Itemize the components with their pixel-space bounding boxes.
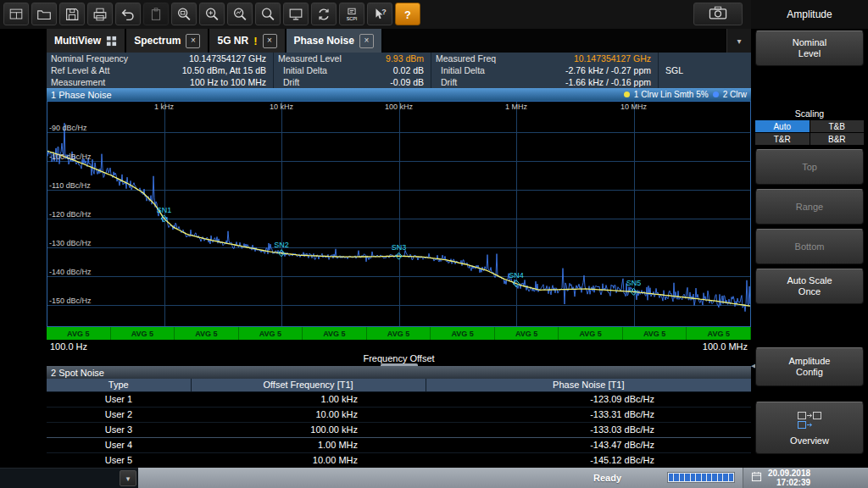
overview-softkey[interactable]: Overview xyxy=(755,402,864,454)
info-columns: Nominal Frequency10.147354127 GHzRef Lev… xyxy=(47,53,659,88)
save-button[interactable] xyxy=(59,3,85,25)
svg-text:?: ? xyxy=(404,8,411,20)
info-label: Measured Freq xyxy=(436,53,496,64)
phase-noise-plot[interactable]: 1 kHz10 kHz100 kHz1 MHz10 MHz-90 dBc/Hz-… xyxy=(47,101,751,327)
info-value: -2.76 kHz / -0.27 ppm xyxy=(565,64,651,76)
trace1-marker-icon xyxy=(624,92,630,97)
zoom-overview-icon xyxy=(231,6,248,23)
open-folder-icon xyxy=(36,6,53,23)
close-5g-nr-tab-button[interactable]: × xyxy=(263,34,277,48)
spot-noise-marker-label: SN5 xyxy=(626,279,642,287)
y-tick-label: -140 dBc/Hz xyxy=(49,268,92,276)
refresh-gear-icon xyxy=(315,6,332,23)
svg-text:?: ? xyxy=(381,8,387,16)
phase-noise-window: 1 Phase Noise 1 Clrw Lin Smth 5% 2 Clrw … xyxy=(47,88,751,366)
avg-count-indicator: AVG 5 xyxy=(431,327,495,340)
info-row[interactable]: Nominal Frequency10.147354127 GHz xyxy=(51,53,266,64)
datetime-display: 20.09.2018 17:02:39 xyxy=(743,468,868,488)
spot-noise-window: 2 Spot Noise TypeOffset Frequency [T1]Ph… xyxy=(47,366,751,468)
info-label: Initial Delta xyxy=(278,64,327,76)
x-axis-label-row: Frequency Offset xyxy=(47,352,751,366)
phase-noise-plot-area[interactable]: 1 kHz10 kHz100 kHz1 MHz10 MHz-90 dBc/Hz-… xyxy=(47,101,751,327)
info-value: 10.147354127 GHz xyxy=(189,53,266,64)
progress-segment xyxy=(718,474,722,481)
table-row[interactable]: User 3100.00 kHz-133.03 dBc/Hz xyxy=(47,423,751,438)
tab-5g-nr[interactable]: 5G NR!× xyxy=(209,29,286,53)
screenshot-button[interactable] xyxy=(693,3,743,25)
softkey-label: Range xyxy=(796,202,823,213)
info-label: Measurement xyxy=(51,76,105,88)
column-header: Type xyxy=(47,379,191,392)
info-value: -1.66 kHz / -0.16 ppm xyxy=(565,76,651,88)
print-button[interactable] xyxy=(87,3,113,25)
undo-button[interactable] xyxy=(115,3,141,25)
scpi-button[interactable]: SCPI xyxy=(339,3,364,25)
tab-phase-noise[interactable]: Phase Noise× xyxy=(287,29,383,53)
table-row[interactable]: User 210.00 kHz-133.31 dBc/Hz xyxy=(47,408,751,423)
spot-noise-table: TypeOffset Frequency [T1]Phase Noise [T1… xyxy=(47,379,751,469)
y-tick-label: -100 dBc/Hz xyxy=(49,152,92,161)
amplitude-config-softkey[interactable]: Amplitude Config xyxy=(755,347,864,386)
info-row[interactable]: Measured Freq10.147354127 GHz xyxy=(436,53,651,64)
info-row[interactable]: Drift-0.09 dB xyxy=(278,76,424,88)
cell-offset-frequency: 1.00 MHz xyxy=(191,438,426,453)
average-count-bar: AVG 5AVG 5AVG 5AVG 5AVG 5AVG 5AVG 5AVG 5… xyxy=(47,327,751,340)
zoom-select-icon xyxy=(175,6,192,23)
table-row[interactable]: User 11.00 kHz-123.09 dBc/Hz xyxy=(47,392,751,408)
spot-noise-window-title: 2 Spot Noise xyxy=(51,368,104,378)
tab-list-dropdown-button[interactable]: ▾ xyxy=(726,29,751,53)
zoom-overview-button[interactable] xyxy=(227,3,253,25)
chevron-down-icon[interactable]: ▾ xyxy=(120,470,136,486)
nominal-level-softkey[interactable]: Nominal Level xyxy=(755,30,864,66)
info-row[interactable]: Measured Level9.93 dBm xyxy=(278,53,424,64)
tab-multiview[interactable]: MultiView xyxy=(47,29,126,53)
spot-noise-marker-label: SN4 xyxy=(509,271,524,280)
windows-button[interactable] xyxy=(3,3,29,25)
info-row[interactable]: Initial Delta-2.76 kHz / -0.27 ppm xyxy=(436,64,651,76)
info-row[interactable]: Initial Delta0.02 dB xyxy=(278,64,424,76)
auto-scale-once-softkey[interactable]: Auto Scale Once xyxy=(755,269,864,304)
info-row[interactable]: Ref Level & Att10.50 dBm, Att 15 dB xyxy=(51,64,266,76)
refresh-gear-button[interactable] xyxy=(311,3,337,25)
info-value: 10.147354127 GHz xyxy=(574,53,651,64)
progress-segment xyxy=(712,474,716,481)
context-help-button[interactable]: ? xyxy=(367,3,392,25)
scaling-option-b-r[interactable]: B&R xyxy=(810,133,865,145)
stop-offset-label: 100.0 MHz xyxy=(703,341,748,352)
search-button[interactable] xyxy=(255,3,281,25)
scaling-option-auto[interactable]: Auto xyxy=(755,120,810,132)
help-icon: ? xyxy=(399,6,416,23)
scaling-option-t-r[interactable]: T&R xyxy=(755,133,810,145)
info-value: 10.50 dBm, Att 15 dB xyxy=(182,64,266,76)
frequency-scale-row: 100.0 Hz 100.0 MHz xyxy=(47,340,751,352)
cell-phase-noise: -133.31 dBc/Hz xyxy=(426,408,751,423)
close-phase-noise-tab-button[interactable]: × xyxy=(359,34,374,48)
start-offset-label: 100.0 Hz xyxy=(50,341,87,352)
help-button[interactable]: ? xyxy=(395,3,420,25)
status-bar-main: Ready 20.09.2018 17:02:39 xyxy=(138,468,868,488)
open-folder-button[interactable] xyxy=(31,3,57,25)
toolbar-icon-group: SCPI?? xyxy=(3,3,420,25)
avg-count-indicator: AVG 5 xyxy=(175,327,239,340)
avg-count-indicator: AVG 5 xyxy=(111,327,175,340)
info-column-3: Measured Freq10.147354127 GHzInitial Del… xyxy=(431,53,659,88)
info-row[interactable]: Measurement100 Hz to 100 MHz xyxy=(51,76,266,88)
table-row[interactable]: User 41.00 MHz-143.47 dBc/Hz xyxy=(47,438,751,453)
cell-offset-frequency: 1.00 kHz xyxy=(191,392,426,408)
close-spectrum-tab-button[interactable]: × xyxy=(186,34,200,48)
info-column-2: Measured Level9.93 dBmInitial Delta0.02 … xyxy=(274,53,431,88)
status-dropdown-field[interactable]: ▾ xyxy=(0,468,138,488)
display-button[interactable] xyxy=(283,3,309,25)
info-row[interactable]: Drift-1.66 kHz / -0.16 ppm xyxy=(436,76,651,88)
clipboard-button xyxy=(143,3,169,25)
tab-spectrum[interactable]: Spectrum× xyxy=(126,29,209,53)
zoom-multi-button[interactable] xyxy=(199,3,225,25)
table-row[interactable]: User 510.00 MHz-145.12 dBc/Hz xyxy=(47,453,751,469)
x-tick-label: 1 MHz xyxy=(505,103,528,111)
zoom-select-button[interactable] xyxy=(171,3,197,25)
scaling-option-t-b[interactable]: T&B xyxy=(810,120,865,132)
save-icon xyxy=(64,6,81,23)
tab-label: 5G NR xyxy=(217,35,248,47)
y-tick-label: -120 dBc/Hz xyxy=(49,210,92,219)
trace-legend[interactable]: 1 Clrw Lin Smth 5% 2 Clrw xyxy=(624,90,747,99)
